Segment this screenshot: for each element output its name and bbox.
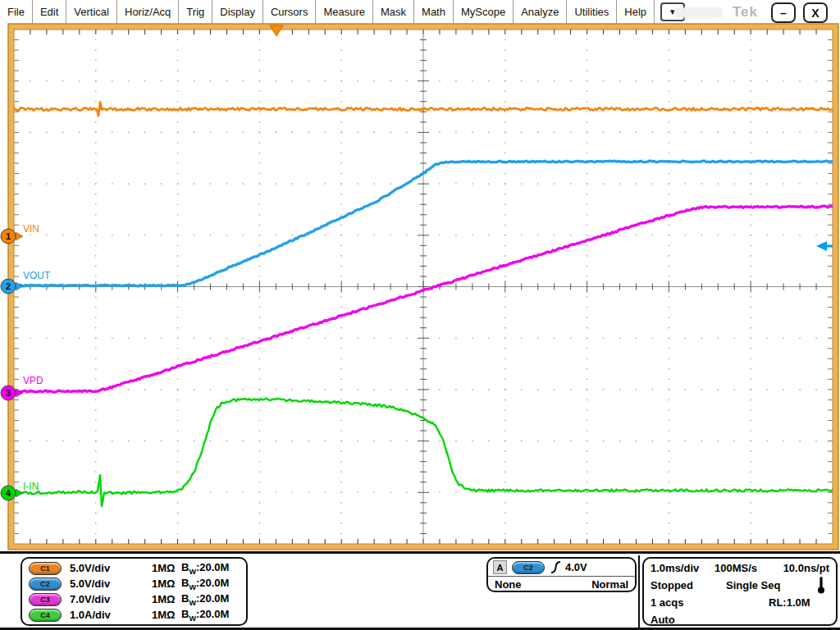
- channel-readouts-box[interactable]: C15.0V/div1MΩBW:20.0MC25.0V/div1MΩBW:20.…: [21, 557, 248, 626]
- channel-pill-c1[interactable]: C1: [29, 562, 62, 575]
- sample-rate-value: 100MS/s: [714, 562, 757, 574]
- channel-impedance: 1MΩ: [152, 609, 181, 621]
- channel-scale: 5.0V/div: [70, 562, 152, 574]
- channel-readout-c1[interactable]: C15.0V/div1MΩBW:20.0M: [27, 560, 241, 576]
- svg-text:3: 3: [6, 388, 11, 398]
- acq-count: 1 acqs: [651, 596, 683, 609]
- trigger-level-value: 4.0V: [565, 561, 587, 573]
- trace-label-vin: VIN: [23, 223, 39, 235]
- timebase-value: 1.0ms/div: [651, 562, 699, 574]
- channel-pill-c2[interactable]: C2: [29, 578, 62, 591]
- trigger-readout-box[interactable]: A C2 4.0V None Normal: [486, 557, 637, 592]
- trace-label-vpd: VPD: [23, 375, 43, 386]
- trigger-row-mode: None Normal: [488, 576, 635, 592]
- trigger-source-pill[interactable]: C2: [512, 561, 545, 574]
- fastacq-mode: Auto: [651, 614, 675, 626]
- channel-impedance: 1MΩ: [152, 562, 181, 574]
- channel-pill-c3[interactable]: C3: [29, 593, 62, 606]
- resolution-value: 10.0ns/pt: [783, 562, 829, 574]
- channel-bandwidth: BW:20.0M: [181, 561, 229, 576]
- channel-readout-c3[interactable]: C37.0V/div1MΩBW:20.0M: [27, 591, 241, 607]
- readout-divider: [638, 555, 640, 628]
- svg-text:2: 2: [6, 281, 11, 291]
- trace-label-vout: VOUT: [23, 270, 51, 281]
- channel-readout-c2[interactable]: C25.0V/div1MΩBW:20.0M: [27, 576, 241, 591]
- channel-impedance: 1MΩ: [152, 593, 181, 605]
- channel-impedance: 1MΩ: [152, 578, 181, 590]
- acq-state: Stopped: [651, 579, 693, 591]
- trigger-mode: Normal: [591, 578, 628, 591]
- channel-scale: 5.0V/div: [70, 578, 152, 590]
- thermometer-icon: [817, 576, 825, 594]
- channel-bandwidth: BW:20.0M: [181, 592, 229, 607]
- horizontal-readout-box[interactable]: 1.0ms/div 100MS/s 10.0ns/pt Stopped Sing…: [642, 557, 838, 626]
- channel-pill-c4[interactable]: C4: [29, 609, 62, 622]
- record-length: RL:1.0M: [769, 596, 810, 609]
- trigger-row-settings: A C2 4.0V: [488, 559, 635, 576]
- channel-bandwidth: BW:20.0M: [181, 577, 229, 591]
- rising-edge-icon: [550, 560, 561, 574]
- svg-text:4: 4: [6, 488, 11, 498]
- tekscope-window: FileEditVerticalHoriz/AcqTrigDisplayCurs…: [0, 0, 840, 630]
- trigger-source-label: C2: [523, 564, 533, 572]
- channel-scale: 7.0V/div: [70, 593, 152, 605]
- readout-bar: C15.0V/div1MΩBW:20.0MC25.0V/div1MΩBW:20.…: [0, 551, 840, 630]
- acq-mode: Single Seq: [726, 579, 780, 591]
- trace-label-i-in: I-IN: [23, 481, 39, 492]
- trigger-holdoff: None: [495, 578, 522, 591]
- svg-text:1: 1: [6, 231, 11, 241]
- trigger-bus-badge: A: [493, 560, 507, 574]
- channel-scale: 1.0A/div: [70, 609, 152, 621]
- channel-bandwidth: BW:20.0M: [181, 608, 229, 623]
- channel-readout-c4[interactable]: C41.0A/div1MΩBW:20.0M: [27, 607, 241, 623]
- waveform-display: 1VIN2VOUT3VPD4I-IN: [0, 0, 840, 630]
